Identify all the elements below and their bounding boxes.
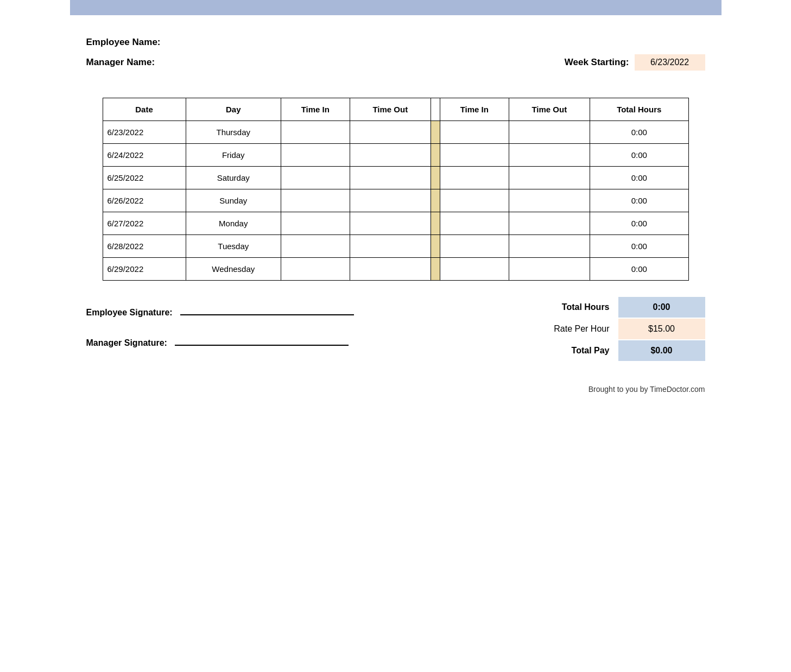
week-starting-area: Week Starting: 6/23/2022	[565, 54, 705, 71]
table-row: 6/26/2022Sunday0:00	[103, 189, 688, 212]
cell-row0-col7: 0:00	[590, 121, 688, 144]
table-row: 6/27/2022Monday0:00	[103, 212, 688, 235]
cell-row3-col7: 0:00	[590, 189, 688, 212]
cell-row5-col5	[440, 235, 509, 258]
col-day: Day	[186, 98, 281, 121]
summary-area: Total Hours 0:00 Rate Per Hour $15.00 To…	[499, 297, 705, 362]
col-time-out-1: Time Out	[350, 98, 431, 121]
cell-row1-col5	[440, 144, 509, 167]
employee-signature-row: Employee Signature:	[86, 302, 499, 318]
cell-row0-col4	[431, 121, 440, 144]
manager-signature-row: Manager Signature:	[86, 333, 499, 348]
total-hours-value: 0:00	[618, 297, 705, 318]
cell-row3-col6	[509, 189, 590, 212]
employee-signature-line	[180, 302, 354, 315]
col-divider	[431, 98, 440, 121]
cell-row3-col4	[431, 189, 440, 212]
cell-row6-col7: 0:00	[590, 258, 688, 281]
signatures-area: Employee Signature: Manager Signature:	[86, 297, 499, 363]
cell-row2-col2	[281, 167, 350, 189]
manager-signature-label: Manager Signature:	[86, 338, 167, 347]
cell-row5-col0: 6/28/2022	[103, 235, 186, 258]
cell-row5-col4	[431, 235, 440, 258]
total-pay-value: $0.00	[618, 340, 705, 361]
cell-row2-col1: Saturday	[186, 167, 281, 189]
cell-row4-col5	[440, 212, 509, 235]
cell-row0-col6	[509, 121, 590, 144]
cell-row4-col1: Monday	[186, 212, 281, 235]
cell-row0-col1: Thursday	[186, 121, 281, 144]
cell-row6-col6	[509, 258, 590, 281]
cell-row5-col6	[509, 235, 590, 258]
top-banner	[70, 0, 722, 15]
manager-signature-line	[175, 333, 349, 346]
col-time-out-2: Time Out	[509, 98, 590, 121]
col-time-in-1: Time In	[281, 98, 350, 121]
cell-row2-col7: 0:00	[590, 167, 688, 189]
cell-row2-col0: 6/25/2022	[103, 167, 186, 189]
cell-row1-col4	[431, 144, 440, 167]
cell-row6-col5	[440, 258, 509, 281]
cell-row3-col2	[281, 189, 350, 212]
cell-row4-col7: 0:00	[590, 212, 688, 235]
cell-row6-col1: Wednesday	[186, 258, 281, 281]
col-time-in-2: Time In	[440, 98, 509, 121]
cell-row3-col3	[350, 189, 431, 212]
cell-row0-col5	[440, 121, 509, 144]
table-row: 6/24/2022Friday0:00	[103, 144, 688, 167]
cell-row2-col6	[509, 167, 590, 189]
total-hours-label: Total Hours	[499, 302, 618, 312]
cell-row1-col7: 0:00	[590, 144, 688, 167]
rate-per-hour-label: Rate Per Hour	[499, 324, 618, 334]
cell-row2-col5	[440, 167, 509, 189]
week-starting-label: Week Starting:	[565, 57, 629, 68]
footer-text: Brought to you by TimeDoctor.com	[588, 385, 705, 394]
cell-row1-col2	[281, 144, 350, 167]
rate-per-hour-row: Rate Per Hour $15.00	[499, 319, 705, 339]
table-row: 6/28/2022Tuesday0:00	[103, 235, 688, 258]
cell-row1-col3	[350, 144, 431, 167]
employee-name-label: Employee Name:	[86, 37, 161, 48]
total-pay-label: Total Pay	[499, 346, 618, 356]
cell-row0-col3	[350, 121, 431, 144]
week-starting-value: 6/23/2022	[635, 54, 705, 71]
cell-row5-col7: 0:00	[590, 235, 688, 258]
cell-row4-col2	[281, 212, 350, 235]
cell-row3-col0: 6/26/2022	[103, 189, 186, 212]
cell-row5-col1: Tuesday	[186, 235, 281, 258]
cell-row2-col4	[431, 167, 440, 189]
manager-name-label: Manager Name:	[86, 57, 155, 68]
total-pay-row: Total Pay $0.00	[499, 340, 705, 361]
cell-row0-col2	[281, 121, 350, 144]
cell-row4-col3	[350, 212, 431, 235]
cell-row5-col3	[350, 235, 431, 258]
cell-row0-col0: 6/23/2022	[103, 121, 186, 144]
table-row: 6/25/2022Saturday0:00	[103, 167, 688, 189]
cell-row6-col0: 6/29/2022	[103, 258, 186, 281]
cell-row6-col4	[431, 258, 440, 281]
employee-signature-label: Employee Signature:	[86, 308, 173, 317]
cell-row6-col2	[281, 258, 350, 281]
cell-row1-col0: 6/24/2022	[103, 144, 186, 167]
timesheet-table: Date Day Time In Time Out Time In Time O…	[103, 98, 689, 281]
cell-row3-col5	[440, 189, 509, 212]
table-row: 6/29/2022Wednesday0:00	[103, 258, 688, 281]
cell-row2-col3	[350, 167, 431, 189]
rate-per-hour-value: $15.00	[618, 319, 705, 339]
cell-row1-col1: Friday	[186, 144, 281, 167]
cell-row4-col6	[509, 212, 590, 235]
col-total-hours: Total Hours	[590, 98, 688, 121]
cell-row4-col0: 6/27/2022	[103, 212, 186, 235]
cell-row1-col6	[509, 144, 590, 167]
cell-row3-col1: Sunday	[186, 189, 281, 212]
col-date: Date	[103, 98, 186, 121]
cell-row5-col2	[281, 235, 350, 258]
cell-row6-col3	[350, 258, 431, 281]
table-row: 6/23/2022Thursday0:00	[103, 121, 688, 144]
cell-row4-col4	[431, 212, 440, 235]
total-hours-row: Total Hours 0:00	[499, 297, 705, 318]
